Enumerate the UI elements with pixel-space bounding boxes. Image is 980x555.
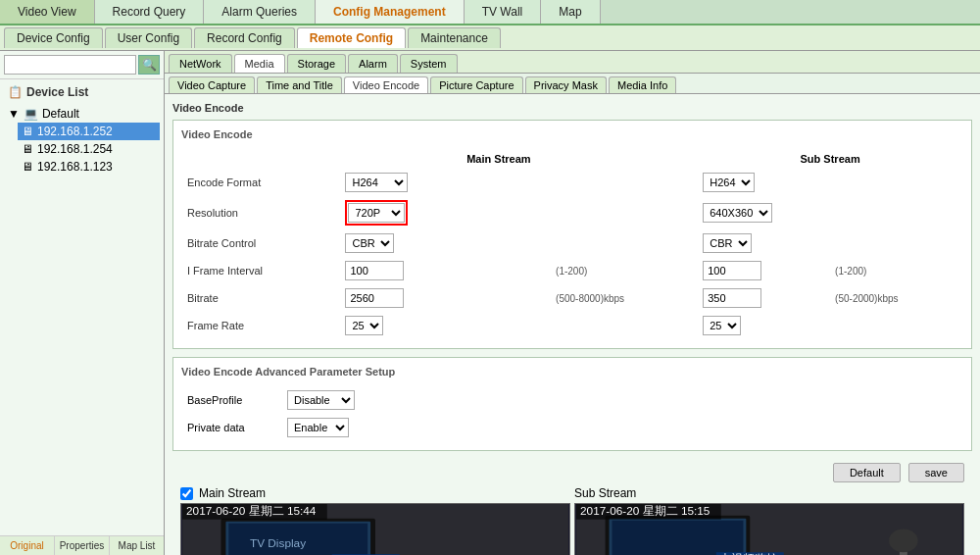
tab-maintenance[interactable]: Maintenance [408, 27, 501, 48]
content-area: NetWork Media Storage Alarm System Video… [165, 51, 980, 555]
content-tab-system[interactable]: System [400, 54, 458, 73]
tab-video-view[interactable]: Video View [0, 0, 95, 24]
main-stream-header: Main Stream [341, 150, 656, 168]
search-button[interactable]: 🔍 [138, 55, 160, 75]
sub-tab-time-title[interactable]: Time and Title [257, 76, 342, 93]
bitrate-control-row: Bitrate Control CBRVBR CBRVBR [183, 230, 961, 256]
panel-title: Video Encode [181, 128, 963, 140]
tree-device-2[interactable]: 🖥 192.168.1.254 [18, 140, 160, 158]
sub-tab-picture-capture[interactable]: Picture Capture [430, 76, 522, 93]
second-navigation: Device Config User Config Record Config … [0, 25, 980, 51]
sub-tab-video-encode[interactable]: Video Encode [344, 76, 428, 93]
encode-table: Main Stream Sub Stream Encode Format H26… [181, 148, 963, 340]
tab-remote-config[interactable]: Remote Config [297, 27, 406, 48]
sub-stream-preview: 2017-06-20 星期二 15:15 大视频监控 [574, 503, 964, 555]
bitrate-row: Bitrate (500-8000)kbps (50-2000)kbps [183, 285, 961, 311]
main-stream-preview: TV Display 2017-06-20 星期二 15:44 大视频 [180, 503, 570, 555]
base-profile-value: DisableEnableBaselineMainHigh [283, 387, 961, 413]
sidebar-tab-original[interactable]: Original [0, 536, 55, 555]
sidebar-tab-map-list[interactable]: Map List [110, 536, 164, 555]
save-button[interactable]: save [908, 463, 964, 482]
frame-rate-sub: 251510 [699, 313, 829, 338]
frame-rate-main: 251510 [341, 313, 550, 338]
device-list-title: 📋 Device List [4, 83, 160, 101]
device-icon-2: 🖥 [22, 142, 33, 156]
bitrate-main-input[interactable] [345, 288, 404, 308]
action-buttons: Default save [172, 459, 972, 486]
bitrate-sub-input[interactable] [703, 288, 761, 308]
iframe-interval-row: I Frame Interval (1-200) (1-200) [183, 258, 961, 283]
iframe-interval-main-input[interactable] [345, 261, 404, 280]
sidebar-bottom-tabs: Original Properties Map List [0, 535, 164, 555]
encode-format-row: Encode Format H264H265MJPEG H264H265 [183, 170, 961, 195]
main-stream-preview-label: Main Stream [180, 486, 570, 500]
sub-stream-svg: 2017-06-20 星期二 15:15 大视频监控 [575, 504, 963, 555]
sidebar-tab-properties[interactable]: Properties [55, 536, 110, 555]
resolution-main: 720P1080PD1CIF [341, 197, 550, 228]
sub-stream-preview-label: Sub Stream [574, 486, 964, 500]
main-stream-svg: TV Display 2017-06-20 星期二 15:44 大视频 [181, 504, 569, 555]
private-data-select[interactable]: EnableDisable [287, 418, 349, 437]
content-tab-storage[interactable]: Storage [287, 54, 347, 73]
preview-section: Main Stream TV D [180, 486, 964, 555]
bitrate-control-sub-select[interactable]: CBRVBR [703, 233, 752, 253]
sub-tab-media-info[interactable]: Media Info [609, 76, 676, 93]
resolution-row: Resolution 720P1080PD1CIF [183, 197, 961, 228]
default-button[interactable]: Default [833, 463, 901, 482]
tree-device-3[interactable]: 🖥 192.168.1.123 [18, 158, 160, 176]
frame-rate-sub-select[interactable]: 251510 [703, 316, 741, 335]
content-tab-alarm[interactable]: Alarm [348, 54, 398, 73]
main-stream-label: Main Stream [199, 486, 266, 500]
bitrate-control-main-select[interactable]: CBRVBR [345, 233, 394, 253]
resolution-sub: 640X360320X180 [699, 197, 829, 228]
sub-stream-preview-box: Sub Stream [574, 486, 964, 555]
tab-tv-wall[interactable]: TV Wall [465, 0, 542, 24]
bitrate-main [341, 285, 550, 311]
tab-alarm-queries[interactable]: Alarm Queries [204, 0, 316, 24]
iframe-sub-range: (1-200) [831, 258, 961, 283]
encode-format-main: H264H265MJPEG [341, 170, 550, 195]
svg-rect-17 [612, 521, 744, 555]
tab-record-config[interactable]: Record Config [194, 27, 295, 48]
tab-record-query[interactable]: Record Query [95, 0, 205, 24]
sub-tabs: Video Capture Time and Title Video Encod… [165, 74, 980, 94]
iframe-interval-label: I Frame Interval [183, 258, 339, 283]
search-input[interactable] [4, 55, 136, 75]
tab-map[interactable]: Map [541, 0, 600, 24]
bitrate-sub-range: (50-2000)kbps [831, 285, 961, 311]
svg-text:2017-06-20  星期二  15:15: 2017-06-20 星期二 15:15 [580, 504, 710, 518]
iframe-interval-sub [699, 258, 829, 283]
resolution-main-select[interactable]: 720P1080PD1CIF [348, 203, 405, 223]
private-data-value: EnableDisable [283, 415, 961, 440]
sub-tab-video-capture[interactable]: Video Capture [169, 76, 255, 93]
tab-user-config[interactable]: User Config [105, 27, 192, 48]
svg-point-22 [889, 530, 918, 553]
resolution-sub-select[interactable]: 640X360320X180 [703, 203, 772, 223]
device-list-icon: 📋 [8, 85, 23, 99]
content-tabs: NetWork Media Storage Alarm System [165, 51, 980, 74]
device-icon-3: 🖥 [22, 160, 33, 174]
base-profile-select[interactable]: DisableEnableBaselineMainHigh [287, 390, 355, 410]
sub-tab-privacy-mask[interactable]: Privacy Mask [525, 76, 607, 93]
private-data-row: Private data EnableDisable [183, 415, 961, 440]
iframe-interval-sub-input[interactable] [703, 261, 761, 280]
video-encode-panel: Video Encode Main Stream [172, 120, 972, 349]
frame-rate-main-select[interactable]: 251510 [345, 316, 383, 335]
tab-device-config[interactable]: Device Config [4, 27, 103, 48]
encode-format-sub-select[interactable]: H264H265 [703, 173, 755, 192]
tree-default-group[interactable]: ▼ 💻 Default [4, 105, 160, 123]
main-stream-checkbox[interactable] [180, 487, 193, 500]
sidebar-search-bar: 🔍 [0, 51, 164, 79]
svg-text:TV Display: TV Display [250, 536, 306, 550]
tab-config-management[interactable]: Config Management [316, 0, 465, 24]
svg-text:2017-06-20  星期二  15:44: 2017-06-20 星期二 15:44 [186, 504, 317, 518]
encode-format-label: Encode Format [183, 170, 339, 195]
resolution-label: Resolution [183, 197, 339, 228]
content-tab-media[interactable]: Media [234, 54, 285, 73]
encode-format-main-select[interactable]: H264H265MJPEG [345, 173, 408, 192]
content-tab-network[interactable]: NetWork [169, 54, 232, 73]
base-profile-row: BaseProfile DisableEnableBaselineMainHig… [183, 387, 961, 413]
tree-device-1[interactable]: 🖥 192.168.1.252 [18, 123, 160, 140]
main-stream-preview-box: Main Stream TV D [180, 486, 570, 555]
private-data-label: Private data [183, 415, 281, 440]
